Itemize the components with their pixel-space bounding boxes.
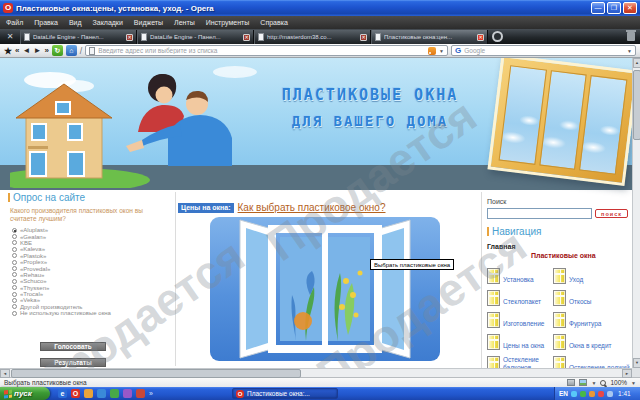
images-dropdown-icon[interactable]: ▼ <box>591 380 596 386</box>
close-button[interactable]: ✕ <box>623 2 637 14</box>
home-button[interactable]: ⌂ <box>66 45 77 56</box>
menu-view[interactable]: Вид <box>69 19 82 26</box>
bookmarks-icon[interactable]: ★ <box>4 45 12 57</box>
tab-close-icon[interactable]: ✕ <box>126 34 133 41</box>
scrollbar-corner <box>632 368 640 377</box>
article-title-link[interactable]: Как выбрать пластиковое окно? <box>238 202 386 213</box>
search-engine-label: Google <box>464 47 624 54</box>
radio-icon[interactable] <box>12 298 17 303</box>
radio-icon[interactable] <box>12 234 17 239</box>
back-button[interactable]: ◄ <box>23 45 31 57</box>
site-search-input[interactable] <box>487 208 592 219</box>
radio-icon[interactable] <box>12 285 17 290</box>
menu-bookmarks[interactable]: Закладки <box>93 19 123 26</box>
new-tab-button[interactable] <box>492 31 503 42</box>
vertical-scrollbar[interactable]: ▲ ▼ <box>632 58 640 368</box>
launcher-icon[interactable] <box>123 389 132 398</box>
reload-button[interactable]: ↻ <box>52 45 63 56</box>
nav-item[interactable]: Изготовление <box>487 306 553 328</box>
scroll-left-icon[interactable]: ◄ <box>0 369 10 378</box>
menu-help[interactable]: Справка <box>260 19 287 26</box>
zoom-level[interactable]: 100% <box>610 379 627 386</box>
radio-icon[interactable] <box>12 266 17 271</box>
launcher-icon[interactable] <box>97 389 106 398</box>
scroll-down-icon[interactable]: ▼ <box>633 358 640 368</box>
tab-close-icon[interactable]: ✕ <box>360 34 367 41</box>
quick-launch-more-icon[interactable]: » <box>149 390 153 397</box>
launcher-icon[interactable] <box>136 389 145 398</box>
taskbar-task-button[interactable]: O Пластиковые окна:... <box>232 388 338 399</box>
radio-icon[interactable] <box>12 253 17 258</box>
fast-forward-button[interactable]: » <box>44 45 48 57</box>
tab-3[interactable]: http://masterdom38.co... ✕ <box>254 30 371 44</box>
radio-icon[interactable] <box>12 228 17 233</box>
radio-icon[interactable] <box>12 304 17 309</box>
web-search-field[interactable]: G Google ▼ <box>451 45 636 56</box>
minimize-button[interactable]: — <box>591 2 605 14</box>
nav-item[interactable]: Остекление лоджий <box>553 350 631 368</box>
search-dropdown-icon[interactable]: ▼ <box>627 48 632 54</box>
tab-close-icon[interactable]: ✕ <box>477 34 484 41</box>
nav-item[interactable]: Стеклопакет <box>487 284 553 306</box>
menu-tools[interactable]: Инструменты <box>206 19 250 26</box>
nav-item[interactable]: Установка <box>487 262 553 284</box>
vertical-scroll-thumb[interactable] <box>633 70 640 140</box>
menu-file[interactable]: Файл <box>6 19 23 26</box>
nav-item[interactable]: Окна в кредит <box>553 328 631 350</box>
tray-icon[interactable] <box>580 391 586 397</box>
rewind-button[interactable]: « <box>15 45 19 57</box>
radio-icon[interactable] <box>12 292 17 297</box>
vote-button[interactable]: Голосовать <box>40 342 106 351</box>
note-icon[interactable]: / <box>80 46 83 56</box>
forward-button[interactable]: ► <box>33 45 41 57</box>
radio-icon[interactable] <box>12 260 17 265</box>
category-label[interactable]: Цены на окна: <box>178 203 234 213</box>
horizontal-scrollbar[interactable]: ◄ ► <box>0 368 632 377</box>
fit-to-width-icon[interactable] <box>567 379 575 386</box>
nav-item[interactable]: Откосы <box>553 284 631 306</box>
nav-item[interactable]: Уход <box>553 262 631 284</box>
zoom-icon[interactable] <box>600 380 606 386</box>
tray-icon[interactable] <box>589 391 595 397</box>
window-photo[interactable] <box>210 217 440 361</box>
zoom-dropdown-icon[interactable]: ▼ <box>631 380 636 386</box>
nav-item[interactable]: Фурнитура <box>553 306 631 328</box>
start-button[interactable]: пуск <box>0 387 50 400</box>
tray-icon[interactable] <box>598 391 604 397</box>
radio-icon[interactable] <box>12 311 17 316</box>
tab-2[interactable]: DataLife Engine - Панел... ✕ <box>137 30 254 44</box>
site-search-button[interactable]: поиск <box>595 209 628 218</box>
horizontal-scroll-thumb[interactable] <box>11 369 301 378</box>
launcher-icon[interactable] <box>84 389 93 398</box>
tab-4-active[interactable]: Пластиковые окна:цен... ✕ <box>371 30 488 44</box>
launcher-icon[interactable] <box>110 389 119 398</box>
maximize-button[interactable]: ❐ <box>607 2 621 14</box>
menu-edit[interactable]: Правка <box>34 19 58 26</box>
radio-icon[interactable] <box>12 272 17 277</box>
panels-toggle-icon[interactable]: ✕ <box>0 29 20 44</box>
language-indicator[interactable]: EN <box>559 390 568 397</box>
scroll-right-icon[interactable]: ► <box>622 369 632 378</box>
nav-item[interactable]: Остекление балконов <box>487 350 553 368</box>
radio-icon[interactable] <box>12 247 17 252</box>
tab-close-icon[interactable]: ✕ <box>243 34 250 41</box>
opera-quick-icon[interactable]: O <box>71 389 80 398</box>
tray-icon[interactable] <box>607 391 613 397</box>
poll-option[interactable]: Не использую пластиковые окна <box>12 310 175 316</box>
radio-icon[interactable] <box>12 240 17 245</box>
tab-1[interactable]: DataLife Engine - Панел... ✕ <box>20 30 137 44</box>
results-button[interactable]: Результаты <box>40 358 106 367</box>
tray-icon[interactable] <box>571 391 577 397</box>
menu-widgets[interactable]: Виджеты <box>134 19 163 26</box>
ie-icon[interactable]: e <box>58 389 67 398</box>
scroll-up-icon[interactable]: ▲ <box>633 58 640 68</box>
address-bar[interactable]: Введите адрес или выберите из списка ▼ <box>85 45 448 56</box>
closed-tabs-trash-icon[interactable] <box>627 32 635 41</box>
address-dropdown-icon[interactable]: ▼ <box>439 48 444 54</box>
images-toggle-icon[interactable] <box>579 379 587 386</box>
nav-item[interactable]: Цены на окна <box>487 328 553 350</box>
rss-icon[interactable] <box>428 47 436 55</box>
radio-icon[interactable] <box>12 279 17 284</box>
nav-home-link[interactable]: Главная <box>487 243 632 250</box>
menu-feeds[interactable]: Ленты <box>174 19 195 26</box>
